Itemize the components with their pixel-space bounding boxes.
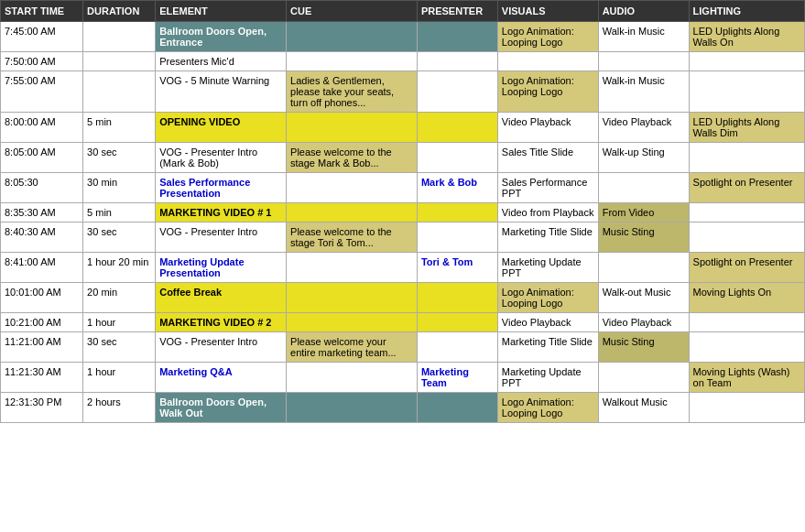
header-cue: CUE xyxy=(287,1,418,22)
duration xyxy=(83,22,156,52)
duration: 30 sec xyxy=(83,143,156,173)
audio: Walk-up Sting xyxy=(598,143,689,173)
start-time: 7:45:00 AM xyxy=(1,22,83,52)
audio: Walk-out Music xyxy=(598,283,689,313)
element: VOG - Presenter Intro xyxy=(156,332,287,363)
cue xyxy=(287,173,418,203)
visuals: Marketing Title Slide xyxy=(497,223,598,253)
duration: 1 hour xyxy=(83,363,156,393)
element: Presenters Mic'd xyxy=(156,52,287,71)
table-row: 8:00:00 AM5 minOPENING VIDEOVideo Playba… xyxy=(1,113,805,143)
start-time: 8:35:30 AM xyxy=(1,203,83,223)
lighting: Moving Lights On xyxy=(689,283,804,313)
audio: Video Playback xyxy=(598,113,689,143)
duration: 1 hour 20 min xyxy=(83,253,156,283)
duration: 20 min xyxy=(83,283,156,313)
start-time: 10:01:00 AM xyxy=(1,283,83,313)
audio xyxy=(598,363,689,393)
header-presenter: PRESENTER xyxy=(417,1,497,22)
table-row: 8:05:00 AM30 secVOG - Presenter Intro (M… xyxy=(1,143,805,173)
table-row: 12:31:30 PM2 hoursBallroom Doors Open, W… xyxy=(1,393,805,423)
start-time: 10:21:00 AM xyxy=(1,313,83,332)
audio xyxy=(598,253,689,283)
duration xyxy=(83,71,156,113)
visuals xyxy=(497,52,598,71)
cue xyxy=(287,393,418,423)
presenter: Marketing Team xyxy=(417,363,497,393)
presenter: Tori & Tom xyxy=(417,253,497,283)
element: Marketing Update Presentation xyxy=(156,253,287,283)
visuals: Logo Animation: Looping Logo xyxy=(497,22,598,52)
element: Marketing Q&A xyxy=(156,363,287,393)
duration: 2 hours xyxy=(83,393,156,423)
visuals: Marketing Update PPT xyxy=(497,253,598,283)
table-row: 8:05:3030 minSales Performance Presentat… xyxy=(1,173,805,203)
header-audio: AUDIO xyxy=(598,1,689,22)
table-row: 11:21:30 AM1 hourMarketing Q&AMarketing … xyxy=(1,363,805,393)
start-time: 8:40:30 AM xyxy=(1,223,83,253)
element: Ballroom Doors Open, Entrance xyxy=(156,22,287,52)
cue: Please welcome your entire marketing tea… xyxy=(287,332,418,363)
cue xyxy=(287,22,418,52)
table-row: 7:55:00 AMVOG - 5 Minute WarningLadies &… xyxy=(1,71,805,113)
cue xyxy=(287,113,418,143)
cue xyxy=(287,313,418,332)
header-duration: DURATION xyxy=(83,1,156,22)
visuals: Logo Animation: Looping Logo xyxy=(497,393,598,423)
presenter xyxy=(417,71,497,113)
presenter xyxy=(417,22,497,52)
lighting xyxy=(689,393,804,423)
start-time: 8:00:00 AM xyxy=(1,113,83,143)
element: OPENING VIDEO xyxy=(156,113,287,143)
cue xyxy=(287,203,418,223)
header-lighting: LIGHTING xyxy=(689,1,804,22)
presenter xyxy=(417,313,497,332)
cue: Please welcome to the stage Tori & Tom..… xyxy=(287,223,418,253)
visuals: Sales Performance PPT xyxy=(497,173,598,203)
schedule-table: START TIME DURATION ELEMENT CUE PRESENTE… xyxy=(0,0,805,423)
table-row: 7:50:00 AMPresenters Mic'd xyxy=(1,52,805,71)
presenter xyxy=(417,393,497,423)
element: VOG - 5 Minute Warning xyxy=(156,71,287,113)
audio: Walk-in Music xyxy=(598,22,689,52)
element: MARKETING VIDEO # 2 xyxy=(156,313,287,332)
lighting xyxy=(689,52,804,71)
start-time: 8:41:00 AM xyxy=(1,253,83,283)
presenter xyxy=(417,113,497,143)
start-time: 7:55:00 AM xyxy=(1,71,83,113)
lighting: Spotlight on Presenter xyxy=(689,253,804,283)
audio xyxy=(598,173,689,203)
presenter xyxy=(417,52,497,71)
cue: Ladies & Gentlemen, please take your sea… xyxy=(287,71,418,113)
visuals: Video Playback xyxy=(497,113,598,143)
element: Sales Performance Presentation xyxy=(156,173,287,203)
duration: 30 min xyxy=(83,173,156,203)
table-row: 11:21:00 AM30 secVOG - Presenter IntroPl… xyxy=(1,332,805,363)
visuals: Video from Playback xyxy=(497,203,598,223)
element: Ballroom Doors Open, Walk Out xyxy=(156,393,287,423)
lighting xyxy=(689,203,804,223)
audio: Video Playback xyxy=(598,313,689,332)
lighting: Spotlight on Presenter xyxy=(689,173,804,203)
presenter xyxy=(417,283,497,313)
visuals: Logo Animation: Looping Logo xyxy=(497,283,598,313)
lighting: Moving Lights (Wash) on Team xyxy=(689,363,804,393)
element: VOG - Presenter Intro (Mark & Bob) xyxy=(156,143,287,173)
element: VOG - Presenter Intro xyxy=(156,223,287,253)
table-row: 8:40:30 AM30 secVOG - Presenter IntroPle… xyxy=(1,223,805,253)
visuals: Logo Animation: Looping Logo xyxy=(497,71,598,113)
lighting xyxy=(689,143,804,173)
header-row: START TIME DURATION ELEMENT CUE PRESENTE… xyxy=(1,1,805,22)
duration: 5 min xyxy=(83,113,156,143)
table-row: 10:21:00 AM1 hourMARKETING VIDEO # 2Vide… xyxy=(1,313,805,332)
element: MARKETING VIDEO # 1 xyxy=(156,203,287,223)
start-time: 11:21:30 AM xyxy=(1,363,83,393)
visuals: Marketing Title Slide xyxy=(497,332,598,363)
start-time: 11:21:00 AM xyxy=(1,332,83,363)
presenter xyxy=(417,143,497,173)
audio: Walk-in Music xyxy=(598,71,689,113)
lighting xyxy=(689,223,804,253)
audio: Music Sting xyxy=(598,223,689,253)
duration: 30 sec xyxy=(83,332,156,363)
lighting: LED Uplights Along Walls Dim xyxy=(689,113,804,143)
